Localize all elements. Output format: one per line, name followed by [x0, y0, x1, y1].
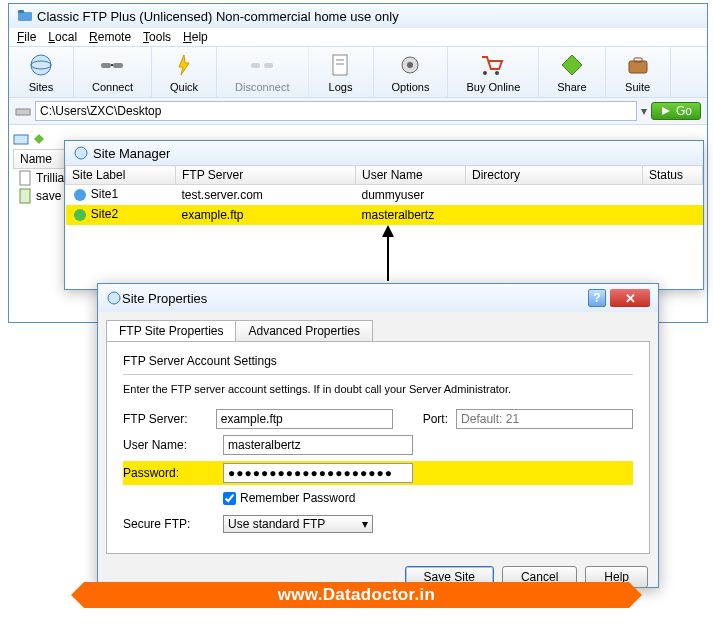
menu-remote[interactable]: Remote	[89, 30, 131, 44]
label-user: User Name:	[123, 438, 223, 452]
section-title: FTP Server Account Settings	[123, 354, 633, 368]
drive-icon	[15, 103, 31, 119]
svg-rect-9	[264, 63, 273, 68]
svg-point-2	[31, 55, 51, 75]
toolbar: Sites Connect Quick Disconnect Logs Opti…	[9, 46, 707, 98]
menubar: File Local Remote Tools Help	[9, 28, 707, 46]
folder-tree-icon[interactable]	[13, 131, 29, 147]
remember-checkbox[interactable]	[223, 492, 236, 505]
svg-rect-8	[251, 63, 260, 68]
label-secure: Secure FTP:	[123, 517, 223, 531]
props-titlebar: Site Properties ? ✕	[98, 284, 658, 312]
label-server: FTP Server:	[123, 412, 216, 426]
file-icon	[17, 170, 33, 186]
tb-options[interactable]: Options	[374, 47, 449, 97]
connect-icon	[98, 51, 126, 79]
user-input[interactable]	[223, 435, 413, 455]
site-props-icon	[106, 290, 122, 306]
chevron-down-icon: ▾	[362, 517, 368, 531]
section-desc: Enter the FTP server account settings. I…	[123, 383, 633, 395]
options-icon	[396, 51, 424, 79]
svg-rect-20	[16, 109, 30, 115]
svg-marker-23	[34, 134, 44, 144]
site-properties-dialog: Site Properties ? ✕ FTP Site Properties …	[97, 283, 659, 588]
annotation-arrow	[378, 225, 398, 285]
table-row[interactable]: Site1 test.server.com dummyuser	[66, 185, 703, 206]
col-directory[interactable]: Directory	[466, 166, 643, 185]
app-icon	[17, 8, 33, 24]
col-status[interactable]: Status	[643, 166, 703, 185]
password-input[interactable]	[223, 463, 413, 483]
col-user-name[interactable]: User Name	[356, 166, 466, 185]
divider	[123, 374, 633, 375]
tb-disconnect: Disconnect	[217, 47, 308, 97]
tb-share[interactable]: Share	[539, 47, 605, 97]
share-icon	[558, 51, 586, 79]
buyonline-icon	[479, 51, 507, 79]
address-input[interactable]	[35, 101, 637, 121]
nav-icon[interactable]	[31, 131, 47, 147]
col-site-label[interactable]: Site Label	[66, 166, 176, 185]
window-title: Classic FTP Plus (Unlicensed) Non-commer…	[37, 9, 399, 24]
tab-advanced-properties[interactable]: Advanced Properties	[235, 320, 372, 341]
tab-panel: FTP Server Account Settings Enter the FT…	[106, 341, 650, 554]
svg-point-28	[74, 209, 86, 221]
svg-rect-18	[629, 61, 647, 73]
tb-buyonline[interactable]: Buy Online	[448, 47, 539, 97]
disconnect-icon	[248, 51, 276, 79]
close-icon[interactable]: ✕	[610, 289, 650, 307]
address-bar: ▾ Go	[9, 98, 707, 125]
svg-point-31	[108, 292, 120, 304]
svg-rect-4	[101, 63, 111, 68]
server-input[interactable]	[216, 409, 393, 429]
site-manager-title: Site Manager	[65, 141, 703, 165]
svg-rect-0	[18, 12, 32, 21]
svg-point-14	[407, 62, 413, 68]
sites-icon	[27, 51, 55, 79]
menu-tools[interactable]: Tools	[143, 30, 171, 44]
table-row-selected[interactable]: Site2 example.ftp masteralbertz	[66, 205, 703, 225]
tb-sites[interactable]: Sites	[9, 47, 74, 97]
label-password: Password:	[123, 466, 223, 480]
tb-logs[interactable]: Logs	[309, 47, 374, 97]
port-input[interactable]	[456, 409, 633, 429]
svg-rect-5	[113, 63, 123, 68]
logs-icon	[327, 51, 355, 79]
label-port: Port:	[423, 412, 456, 426]
svg-rect-25	[20, 189, 30, 203]
svg-marker-30	[382, 225, 394, 237]
footer-banner: www.Datadoctor.in	[84, 582, 629, 608]
svg-marker-21	[662, 107, 670, 115]
help-icon[interactable]: ?	[588, 289, 606, 307]
go-button[interactable]: Go	[651, 102, 701, 120]
go-arrow-icon	[660, 105, 672, 117]
svg-marker-17	[562, 55, 582, 75]
svg-rect-10	[333, 55, 347, 75]
globe-icon	[72, 207, 88, 223]
svg-rect-22	[14, 135, 28, 144]
svg-point-15	[483, 71, 487, 75]
svg-point-16	[495, 71, 499, 75]
label-remember: Remember Password	[240, 491, 355, 505]
svg-point-26	[75, 147, 87, 159]
menu-help[interactable]: Help	[183, 30, 208, 44]
tb-quick[interactable]: Quick	[152, 47, 217, 97]
tab-ftp-properties[interactable]: FTP Site Properties	[106, 320, 236, 341]
globe-icon	[72, 187, 88, 203]
menu-file[interactable]: File	[17, 30, 36, 44]
col-ftp-server[interactable]: FTP Server	[176, 166, 356, 185]
tb-connect[interactable]: Connect	[74, 47, 152, 97]
tabs: FTP Site Properties Advanced Properties	[106, 320, 650, 341]
site-table: Site Label FTP Server User Name Director…	[65, 165, 703, 225]
svg-marker-7	[179, 55, 189, 75]
suite-icon	[624, 51, 652, 79]
file-icon	[17, 188, 33, 204]
svg-point-27	[74, 189, 86, 201]
tb-suite[interactable]: Suite	[606, 47, 671, 97]
secure-select[interactable]: Use standard FTP ▾	[223, 515, 373, 533]
site-manager-icon	[73, 145, 89, 161]
svg-rect-24	[20, 171, 30, 185]
menu-local[interactable]: Local	[48, 30, 77, 44]
quick-icon	[170, 51, 198, 79]
svg-rect-1	[18, 10, 24, 13]
